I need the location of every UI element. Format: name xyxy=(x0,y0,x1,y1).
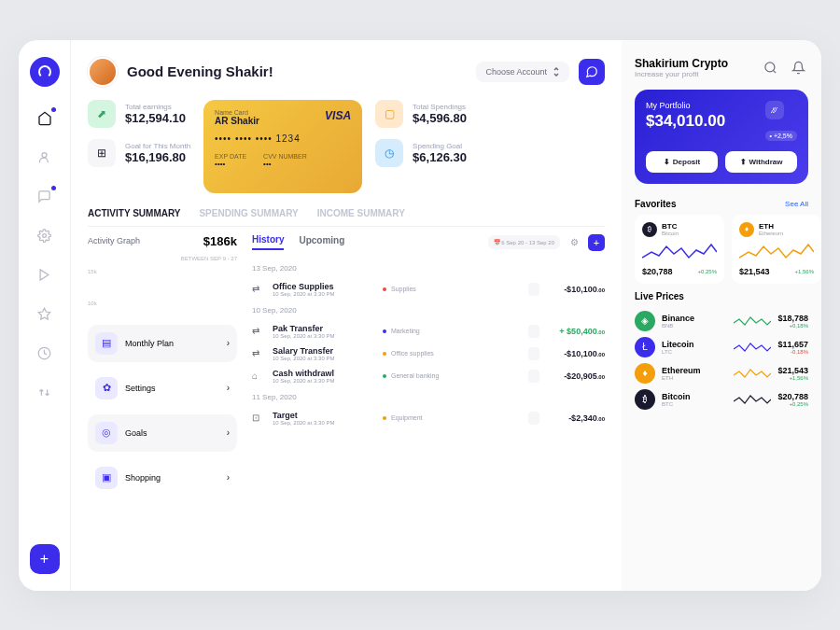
credit-card[interactable]: VISA Name Card AR Shakir •••• •••• •••• … xyxy=(203,100,362,193)
tx-time: 10 Sep, 2020 at 3:30 PM xyxy=(273,378,375,384)
app-logo[interactable] xyxy=(30,57,60,87)
transaction-date: 10 Sep, 2020 xyxy=(252,306,605,315)
live-prices-list: ◈BinanceBNB$18,788+0,18%ŁLitecoinLTC$11,… xyxy=(635,311,808,574)
stat-spending-goal: ◷ Spending Goal$6,126.30 xyxy=(375,139,467,167)
stat-goal: ⊞ Goal for This Month$16,196.80 xyxy=(88,139,190,167)
transfer-icon: ⇄ xyxy=(252,348,265,358)
stats-row: ⬈ Total earnings$12,594.10 ⊞ Goal for Th… xyxy=(88,100,605,193)
favorite-card[interactable]: ₿BTCBitcoin$20,788+0,25% xyxy=(635,215,724,284)
transaction-row[interactable]: ⇄Office Supplies10 Sep, 2020 at 3:30 PMS… xyxy=(252,278,605,301)
tx-time: 10 Sep, 2020 at 3:30 PM xyxy=(273,333,375,339)
crypto-icon: ₿ xyxy=(642,222,657,237)
sparkline xyxy=(734,392,771,407)
tx-time: 10 Sep, 2020 at 3:30 PM xyxy=(273,291,375,297)
date-range-picker[interactable]: 📅 6 Sep 20 - 13 Sep 20 xyxy=(488,235,560,249)
transaction-row[interactable]: ⇄Salary Transfer10 Sep, 2020 at 3:30 PMO… xyxy=(252,343,605,365)
sparkline xyxy=(734,366,771,381)
link-shopping[interactable]: ▣Shopping› xyxy=(88,459,237,497)
calendar-icon: ▢ xyxy=(375,100,403,128)
nav-settings[interactable] xyxy=(32,223,58,249)
tab-upcoming[interactable]: Upcoming xyxy=(299,235,344,249)
chevron-updown-icon xyxy=(553,67,560,77)
svg-point-3 xyxy=(764,62,774,71)
deposit-button[interactable]: ⬇Deposit xyxy=(646,151,718,173)
chat-button[interactable] xyxy=(579,59,605,85)
tx-category: Office supplies xyxy=(383,350,521,357)
tx-category: Supplies xyxy=(383,286,521,292)
nav-home[interactable] xyxy=(32,105,58,132)
settings-icon[interactable]: ⚙ xyxy=(566,234,582,251)
notifications-button[interactable] xyxy=(788,57,808,77)
tx-name: Cash withdrawl xyxy=(273,369,375,378)
summary-tabs: ACTIVITY SUMMARY SPENDING SUMMARY INCOME… xyxy=(88,208,605,227)
tab-history[interactable]: History xyxy=(252,234,284,250)
graph-value: $186k xyxy=(203,234,237,248)
tab-activity[interactable]: ACTIVITY SUMMARY xyxy=(88,208,180,218)
nav-favorites[interactable] xyxy=(32,301,58,328)
see-all-link[interactable]: See All xyxy=(785,200,808,208)
tx-category: Equipment xyxy=(383,414,521,421)
live-price-row[interactable]: ◈BinanceBNB$18,788+0,18% xyxy=(635,311,808,331)
live-price-row[interactable]: ♦EthereumETH$21,543+1,56% xyxy=(635,363,808,384)
transfer-icon: ⊡ xyxy=(252,413,265,423)
calendar-icon: ▤ xyxy=(95,332,118,355)
bell-icon xyxy=(791,61,805,75)
nav-send[interactable] xyxy=(32,262,58,288)
live-price-row[interactable]: ₿BitcoinBTC$20,788+0,25% xyxy=(635,389,808,410)
sidebar: + xyxy=(19,40,71,591)
attachment-icon[interactable] xyxy=(528,325,539,338)
tab-spending[interactable]: SPENDING SUMMARY xyxy=(199,208,298,218)
chart-icon[interactable]: ⫻ xyxy=(765,101,784,119)
link-settings[interactable]: ✿Settings› xyxy=(88,370,237,407)
attachment-icon[interactable] xyxy=(528,370,539,383)
favorite-card[interactable]: ♦ETHEthereum$21,543+1,56% xyxy=(732,215,821,284)
portfolio-delta: • +2,5% xyxy=(765,131,797,141)
tx-name: Salary Transfer xyxy=(273,346,375,356)
transaction-date: 13 Sep, 2020 xyxy=(252,264,605,273)
transaction-row[interactable]: ⊡Target10 Sep, 2020 at 3:30 PMEquipment-… xyxy=(252,407,605,429)
tx-amount: -$2,340.00 xyxy=(547,413,605,423)
transaction-list: 13 Sep, 2020⇄Office Supplies10 Sep, 2020… xyxy=(252,259,605,591)
chevron-right-icon: › xyxy=(227,383,230,393)
attachment-icon[interactable] xyxy=(528,283,539,296)
left-column: Activity Graph $186k BETWEEN SEP 9 - 27 … xyxy=(88,234,237,591)
stat-spendings: ▢ Total Spendings$4,596.80 xyxy=(375,100,467,128)
nav-add-button[interactable]: + xyxy=(30,544,60,574)
history-column: History Upcoming 📅 6 Sep 20 - 13 Sep 20 … xyxy=(252,234,605,591)
transaction-date: 11 Sep, 2020 xyxy=(252,393,605,401)
tab-income[interactable]: INCOME SUMMARY xyxy=(317,208,405,218)
account-selector[interactable]: Choose Account xyxy=(476,62,569,82)
nav-messages[interactable] xyxy=(32,184,58,210)
tx-amount: -$10,100.00 xyxy=(547,285,605,294)
crypto-title: Shakirium Crypto xyxy=(635,57,760,70)
attachment-icon[interactable] xyxy=(528,412,539,425)
search-button[interactable] xyxy=(760,57,780,77)
link-monthly-plan[interactable]: ▤Monthly Plan› xyxy=(88,325,237,362)
nav-transfer[interactable] xyxy=(32,380,58,406)
user-avatar[interactable] xyxy=(88,57,118,87)
svg-point-1 xyxy=(43,234,47,238)
crypto-icon: ♦ xyxy=(739,222,754,237)
add-transaction-button[interactable]: + xyxy=(588,234,605,251)
transfer-icon: ⇄ xyxy=(252,284,265,294)
link-goals[interactable]: ◎Goals› xyxy=(88,414,237,452)
sparkline xyxy=(734,314,771,329)
app-shell: + Good Evening Shakir! Choose Account ⬈ … xyxy=(19,40,821,591)
tx-time: 10 Sep, 2020 at 3:30 PM xyxy=(273,356,375,361)
live-prices-title: Live Prices xyxy=(635,291,684,301)
withdraw-button[interactable]: ⬆Withdraw xyxy=(725,151,797,173)
portfolio-card: My Portfolio $34,010.00 ⫻ • +2,5% ⬇Depos… xyxy=(635,90,808,184)
live-price-row[interactable]: ŁLitecoinLTC$11,657-0,18% xyxy=(635,337,808,357)
attachment-icon[interactable] xyxy=(528,347,539,360)
chevron-right-icon: › xyxy=(227,472,230,483)
favorites-row: ₿BTCBitcoin$20,788+0,25%♦ETHEthereum$21,… xyxy=(635,215,808,284)
transaction-row[interactable]: ⌂Cash withdrawl10 Sep, 2020 at 3:30 PMGe… xyxy=(252,365,605,387)
transaction-row[interactable]: ⇄Pak Transfer10 Sep, 2020 at 3:30 PMMark… xyxy=(252,320,605,343)
nav-history[interactable] xyxy=(32,341,58,367)
crypto-panel: Shakirium Crypto Increase your profit My… xyxy=(622,40,821,591)
download-icon: ⬇ xyxy=(664,158,670,166)
bag-icon: ▣ xyxy=(95,467,118,489)
chat-icon xyxy=(585,65,598,78)
nav-profile[interactable] xyxy=(32,145,58,171)
main-content: Good Evening Shakir! Choose Account ⬈ To… xyxy=(71,40,622,591)
